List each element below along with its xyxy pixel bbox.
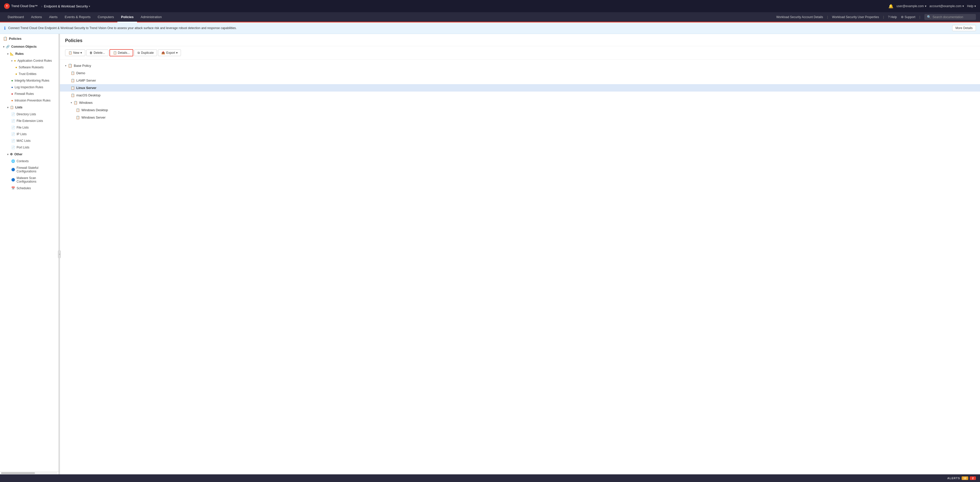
nav-product[interactable]: Endpoint & Workload Security ▾ [44, 4, 90, 8]
alerts-error-badge[interactable]: 2 [970, 476, 976, 480]
lamp-server-icon: 📋 [71, 79, 75, 82]
file-extension-lists-label: File Extension Lists [17, 119, 43, 123]
details-label: Details... [118, 51, 130, 55]
user2-menu[interactable]: account@example.com ▾ [929, 4, 964, 8]
sidebar-subgroup-rules-header[interactable]: ▾ 📐 Rules [0, 50, 59, 57]
sidebar-item-firewall-stateful[interactable]: 🔵 Firewall Stateful Configurations [0, 165, 59, 175]
sidebar-item-port-lists[interactable]: 📄 Port Lists [0, 144, 59, 151]
sidebar-item-directory-lists[interactable]: 📄 Directory Lists [0, 111, 59, 117]
sidebar-header-label: Policies [9, 37, 21, 41]
sidebar-item-file-extension-lists[interactable]: 📄 File Extension Lists [0, 117, 59, 124]
page-title: Policies [65, 38, 83, 43]
sidebar-item-intrusion-prevention-rules[interactable]: ● Intrusion Prevention Rules [0, 97, 59, 104]
policy-tree-windows-server[interactable]: 📋 Windows Server [60, 114, 980, 121]
sidebar-item-software-rulesets[interactable]: ● Software Rulesets [0, 64, 59, 71]
sidebar-item-file-lists[interactable]: 📄 File Lists [0, 124, 59, 131]
brand-name: Trend Cloud One™ [11, 4, 38, 8]
policy-tree-base-policy[interactable]: ▾ 📋 Base Policy [60, 62, 980, 69]
nav-item-events-reports[interactable]: Events & Reports [61, 12, 94, 22]
sidebar-group-common-objects-header[interactable]: ▾ 🔗 Common Objects [0, 43, 59, 50]
user1-label: user@example.com [897, 4, 924, 8]
nav-item-policies[interactable]: Policies [118, 12, 137, 22]
support-link[interactable]: ⚙ Support [901, 15, 915, 19]
firewall-rules-icon: ● [11, 92, 13, 96]
export-button[interactable]: 📤 Export ▾ [158, 49, 181, 56]
sidebar-subgroup-other-header[interactable]: ▾ ⚙ Other [0, 151, 59, 158]
lists-icon: 📋 [10, 106, 14, 109]
policy-tree-windows[interactable]: ▾ 📋 Windows [60, 99, 980, 106]
directory-lists-icon: 📄 [11, 113, 15, 116]
demo-policy-label: Demo [76, 71, 85, 75]
more-details-button[interactable]: More Details [952, 25, 976, 31]
sidebar-resize-button[interactable]: ◂ [58, 251, 61, 258]
sidebar-resize-handle[interactable]: ◂ [59, 34, 60, 474]
windows-desktop-label: Windows Desktop [81, 108, 108, 112]
brand-logo: T [4, 3, 10, 9]
workload-account-details-link[interactable]: Workload Security Account Details [776, 15, 823, 19]
help-link[interactable]: ? Help [888, 15, 897, 19]
intrusion-prevention-icon: ● [11, 99, 13, 102]
demo-policy-icon: 📋 [71, 71, 75, 75]
policy-tree-lamp-server[interactable]: 📋 LAMP Server [60, 77, 980, 84]
nav-item-alerts[interactable]: Alerts [45, 12, 61, 22]
other-label: Other [14, 152, 22, 156]
schedules-label: Schedules [17, 186, 31, 190]
sidebar-item-mac-lists[interactable]: 📄 MAC Lists [0, 138, 59, 144]
sidebar-item-firewall-rules[interactable]: ● Firewall Rules [0, 90, 59, 97]
sidebar-item-log-inspection-rules[interactable]: ● Log Inspection Rules [0, 84, 59, 90]
new-chevron-icon: ▾ [80, 51, 82, 55]
policy-tree-demo[interactable]: 📋 Demo [60, 69, 980, 77]
sidebar-item-malware-scan[interactable]: 🔵 Malware Scan Configurations [0, 175, 59, 185]
linux-server-icon: 📋 [71, 86, 75, 90]
duplicate-button[interactable]: ⧉ Duplicate [134, 49, 157, 56]
details-button[interactable]: 📋 Details... [110, 49, 134, 56]
app-control-label: Application Control Rules [18, 59, 52, 62]
sidebar-header: 📋 Policies [0, 34, 59, 43]
sidebar-item-trust-entities[interactable]: ● Trust Entities [0, 71, 59, 77]
nav-item-computers[interactable]: Computers [94, 12, 118, 22]
sidebar-item-integrity-monitoring-rules[interactable]: ● Integrity Monitoring Rules [0, 77, 59, 84]
status-alerts: ALERTS 12 2 [947, 476, 976, 480]
alerts-count-badge[interactable]: 12 [962, 476, 968, 480]
help-menu[interactable]: Help ▾ [967, 4, 976, 8]
search-box[interactable]: 🔍 [924, 14, 976, 20]
sidebar-subgroup-lists-header[interactable]: ▾ 📋 Lists [0, 104, 59, 111]
sidebar-item-schedules[interactable]: 📅 Schedules [0, 185, 59, 192]
secondary-nav: Dashboard Actions Alerts Events & Report… [0, 12, 980, 22]
sidebar-hscroll[interactable] [0, 471, 59, 474]
contexts-icon: 🌐 [11, 159, 15, 163]
user1-chevron-icon: ▾ [925, 4, 926, 8]
file-lists-icon: 📄 [11, 126, 15, 129]
policies-header-icon: 📋 [3, 36, 7, 41]
help-chevron-icon: ▾ [974, 4, 976, 8]
export-label: Export [166, 51, 175, 55]
content-header: Policies [60, 34, 980, 46]
base-policy-icon: 📋 [68, 63, 72, 68]
search-input[interactable] [932, 15, 974, 19]
delete-button[interactable]: 🗑 Delete... [86, 49, 108, 56]
sidebar-item-contexts[interactable]: 🌐 Contexts [0, 158, 59, 165]
user1-menu[interactable]: user@example.com ▾ [897, 4, 926, 8]
lists-chevron-icon: ▾ [7, 106, 8, 109]
schedules-icon: 📅 [11, 186, 15, 190]
policy-tree: ▾ 📋 Base Policy 📋 Demo 📋 LAMP Server 📋 L… [60, 60, 980, 474]
integrity-monitoring-icon: ● [11, 79, 13, 82]
software-rulesets-icon: ● [15, 65, 17, 69]
other-chevron-icon: ▾ [7, 153, 8, 156]
intrusion-prevention-label: Intrusion Prevention Rules [14, 99, 51, 102]
macos-desktop-icon: 📋 [71, 94, 75, 97]
bell-icon[interactable]: 🔔 [888, 4, 894, 9]
nav-item-administration[interactable]: Administration [137, 12, 165, 22]
policy-tree-windows-desktop[interactable]: 📋 Windows Desktop [60, 106, 980, 114]
policy-tree-macos-desktop[interactable]: 📋 macOS Desktop [60, 92, 980, 99]
new-button[interactable]: 📋 New ▾ [65, 49, 85, 56]
sidebar-item-ip-lists[interactable]: 📄 IP Lists [0, 131, 59, 138]
file-lists-label: File Lists [17, 126, 29, 129]
file-extension-lists-icon: 📄 [11, 119, 15, 123]
workload-user-properties-link[interactable]: Workload Security User Properties [832, 15, 879, 19]
nav-item-dashboard[interactable]: Dashboard [4, 12, 27, 22]
nav-item-actions[interactable]: Actions [27, 12, 46, 22]
sidebar-group-common-objects: ▾ 🔗 Common Objects ▾ 📐 Rules ▾ ● [0, 43, 59, 192]
policy-tree-linux-server[interactable]: 📋 Linux Server [60, 84, 980, 92]
sidebar-item-app-control-rules[interactable]: ▾ ● Application Control Rules [0, 57, 59, 64]
